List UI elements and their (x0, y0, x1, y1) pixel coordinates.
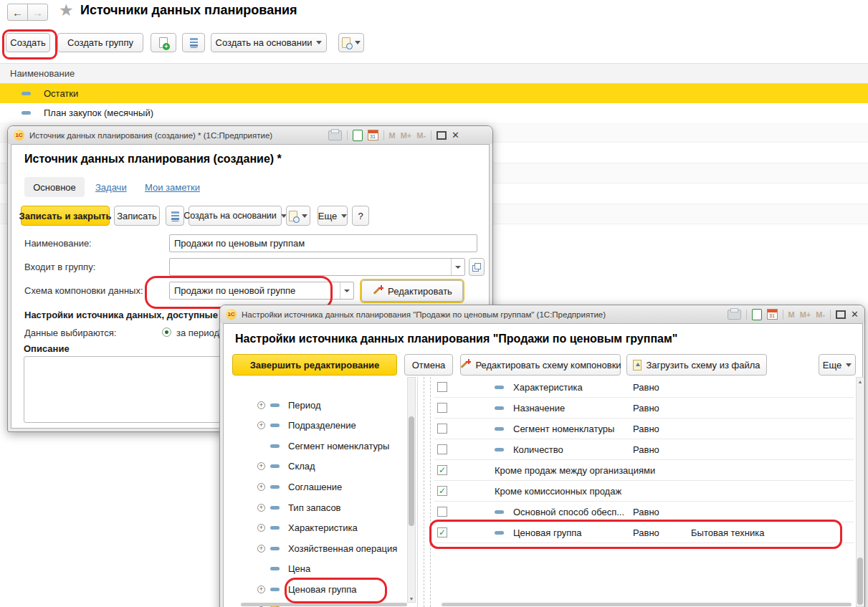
memory-button-m-[interactable]: M- (816, 310, 825, 319)
filters-hscrollbar[interactable] (442, 603, 852, 606)
tree-item-7[interactable]: +Характеристика (229, 518, 407, 538)
list-settings-button[interactable] (182, 33, 205, 52)
printer-icon[interactable] (728, 310, 741, 320)
filter-row[interactable]: Основной способ обесп...Равно (434, 502, 854, 522)
tree-item-4[interactable]: +Склад (229, 457, 407, 477)
printer-icon[interactable] (328, 130, 342, 140)
pane-splitter[interactable] (430, 377, 431, 607)
expand-icon[interactable]: + (257, 524, 265, 532)
expand-icon[interactable]: + (257, 586, 265, 593)
more-button[interactable]: Еще (318, 206, 348, 226)
calendar-icon[interactable]: 31 (767, 309, 778, 320)
group-open-button[interactable] (469, 258, 485, 276)
expand-icon[interactable]: + (257, 483, 265, 491)
radio-period[interactable] (162, 328, 171, 337)
filter-row[interactable]: ХарактеристикаРавно (434, 377, 854, 398)
checkbox-checked[interactable]: ✓ (437, 527, 447, 537)
maximize-button[interactable] (437, 131, 447, 140)
group-field[interactable] (169, 258, 465, 276)
expand-icon[interactable]: + (257, 401, 265, 409)
table-header[interactable]: Наименование (0, 63, 868, 84)
checkbox-unchecked[interactable] (437, 507, 447, 517)
memory-button-m+[interactable]: M+ (401, 131, 412, 140)
group-dropdown-button[interactable] (451, 259, 464, 275)
create-based-on-label: Создать на основании (183, 211, 277, 221)
filters-scrollbar-thumb[interactable] (857, 558, 863, 605)
close-button[interactable]: ✕ (851, 310, 859, 319)
checkbox-checked[interactable]: ✓ (437, 465, 447, 475)
calendar-icon[interactable]: 31 (368, 130, 378, 140)
filter-row[interactable]: ✓Кроме продаж между организациями (434, 460, 854, 481)
help-button[interactable]: ? (352, 206, 369, 226)
filter-row[interactable]: Сегмент номенклатурыРавно (434, 419, 854, 439)
report-button[interactable] (338, 33, 364, 52)
calculator-icon[interactable] (353, 130, 363, 141)
checkbox-checked[interactable]: ✓ (437, 486, 447, 496)
back-button[interactable]: ← (7, 4, 28, 21)
tree-scrollbar[interactable]: ▼ (407, 377, 416, 603)
tree-item-6[interactable]: +Тип запасов (229, 497, 407, 517)
table-row[interactable]: Остатки (0, 84, 868, 103)
dialog1-titlebar[interactable]: 1С Источник данных планирования (создани… (8, 126, 492, 144)
scroll-up-icon[interactable]: ▲ (857, 379, 864, 384)
cancel-button[interactable]: Отмена (404, 354, 453, 376)
expand-icon[interactable]: + (257, 421, 265, 429)
create-based-on-button[interactable]: Создать на основании (211, 33, 327, 52)
dialog1-list-button[interactable] (166, 206, 184, 226)
memory-button-m+[interactable]: M+ (800, 310, 811, 319)
dialog1-report-button[interactable] (286, 206, 310, 226)
tree-hscrollbar[interactable] (241, 603, 407, 606)
schema-field[interactable]: Продажи по ценовой группе (169, 282, 354, 300)
maximize-button[interactable] (836, 310, 846, 319)
save-button[interactable]: Записать (114, 206, 160, 226)
expand-icon[interactable]: + (257, 462, 265, 470)
edit-composition-schema-button[interactable]: Редактировать схему компоновки (460, 354, 621, 376)
filter-row[interactable]: ✓Кроме комиссионных продаж (434, 481, 854, 502)
tab-my-notes[interactable]: Мои заметки (145, 182, 200, 193)
checkbox-unchecked[interactable] (437, 424, 447, 434)
tab-tasks[interactable]: Задачи (95, 182, 127, 193)
expand-icon[interactable]: + (257, 504, 265, 512)
dialog2-titlebar[interactable]: 1С Настройки источника данных планирован… (220, 305, 864, 323)
checkbox-unchecked[interactable] (437, 403, 447, 413)
filters-scrollbar[interactable]: ▲ (856, 377, 864, 607)
pane-splitter[interactable] (424, 377, 424, 607)
memory-button-m-[interactable]: M- (416, 131, 426, 140)
favorite-star-icon[interactable]: ★ (59, 1, 74, 20)
checkbox-unchecked[interactable] (437, 382, 447, 392)
row-label: План закупок (месячный) (44, 107, 153, 118)
tree-scrollbar-thumb[interactable] (409, 416, 414, 526)
memory-button-m[interactable]: M (389, 131, 396, 140)
memory-button-m[interactable]: M (788, 310, 795, 319)
filter-row[interactable]: НазначениеРавно (434, 398, 854, 419)
tree-item-3[interactable]: Сегмент номенклатуры (229, 436, 407, 456)
schema-dropdown-button[interactable] (340, 282, 353, 299)
dialog2-more-button[interactable]: Еще (819, 354, 856, 376)
filter-row[interactable]: ✓Ценовая группаРавноБытовая техника (434, 522, 854, 543)
column-header-name: Наименование (10, 68, 75, 79)
tree-item-1[interactable]: +Период (229, 395, 407, 415)
calculator-icon[interactable] (752, 309, 762, 320)
checkbox-unchecked[interactable] (437, 444, 447, 454)
tree-item-5[interactable]: +Соглашение (229, 477, 407, 497)
close-button[interactable]: ✕ (452, 130, 459, 140)
scroll-down-icon[interactable]: ▼ (408, 596, 415, 601)
create-button[interactable]: Создать (6, 33, 50, 52)
tab-main[interactable]: Основное (24, 177, 85, 197)
expand-icon[interactable]: + (257, 545, 265, 553)
save-and-close-button[interactable]: Записать и закрыть (21, 206, 110, 226)
table-row[interactable]: План закупок (месячный) (0, 103, 868, 123)
forward-button[interactable]: → (27, 4, 48, 21)
new-document-button[interactable]: + (151, 33, 176, 52)
edit-schema-button[interactable]: Редактировать (361, 280, 463, 302)
name-field[interactable]: Продажи по ценовым группам (169, 234, 477, 252)
tree-item-9[interactable]: Цена (229, 559, 407, 579)
filter-row[interactable]: КоличествоРавно (434, 439, 854, 460)
load-schema-button[interactable]: Загрузить схему из файла (626, 354, 767, 376)
dialog1-create-based-on-button[interactable]: Создать на основании (189, 206, 282, 226)
create-group-button[interactable]: Создать группу (57, 33, 143, 52)
finish-editing-button[interactable]: Завершить редактирование (232, 354, 397, 376)
tree-item-8[interactable]: +Хозяйственная операция (229, 538, 407, 558)
tree-item-10[interactable]: +Ценовая группа (229, 579, 407, 599)
tree-item-2[interactable]: +Подразделение (229, 416, 407, 436)
